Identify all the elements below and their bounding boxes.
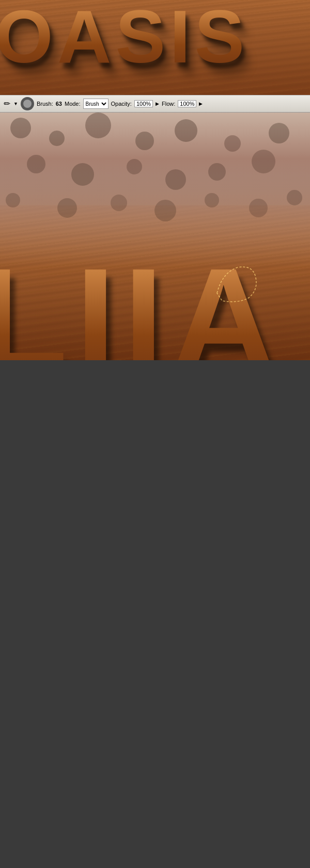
svg-point-33 (57, 198, 77, 218)
svg-point-38 (287, 190, 302, 205)
brush-label-2: Brush: (37, 101, 53, 107)
flow-stepper-t2[interactable]: ▶ (199, 101, 203, 106)
oasis-text: OASIS (0, 0, 249, 78)
toolbar-2: ✎ ▼ Brush: 63 Mode: Brush Opacity: 100% … (0, 95, 310, 112)
svg-point-24 (224, 135, 241, 152)
svg-point-21 (85, 112, 111, 138)
svg-point-19 (10, 118, 31, 138)
opacity-stepper-t2[interactable]: ▶ (156, 101, 159, 106)
oasis-section: OASIS (0, 0, 310, 95)
svg-point-27 (71, 163, 94, 186)
svg-point-25 (269, 123, 289, 143)
oasis-text-container: OASIS (0, 0, 310, 74)
lasso-selection (207, 262, 258, 303)
opacity-val-t2[interactable]: 100% (134, 100, 153, 107)
closeup-section: LIIA (0, 112, 310, 360)
svg-point-32 (6, 193, 20, 207)
flow-val-t2[interactable]: 100% (178, 100, 196, 107)
svg-point-34 (111, 195, 127, 211)
brush-dropdown-arrow-2[interactable]: ▼ (13, 101, 18, 106)
brush-preview-inner-2 (23, 100, 32, 108)
svg-point-26 (27, 155, 45, 173)
svg-point-28 (127, 159, 142, 174)
svg-point-30 (208, 163, 226, 181)
opacity-label-t2: Opacity: (111, 101, 132, 107)
svg-point-31 (252, 150, 275, 173)
svg-point-23 (175, 119, 197, 142)
brush-tool-icon-2[interactable]: ✎ (2, 98, 13, 109)
brush-size-value-2: 63 (56, 101, 62, 107)
svg-point-20 (49, 131, 65, 146)
closeup-text-container: LIIA (0, 247, 310, 360)
svg-point-22 (135, 132, 154, 150)
svg-point-29 (165, 169, 186, 190)
svg-point-37 (249, 199, 268, 217)
svg-point-36 (205, 193, 219, 207)
brush-mode-select-2[interactable]: Brush (83, 99, 109, 109)
flow-label-t2: Flow: (162, 101, 175, 107)
brush-preview-2[interactable] (21, 97, 34, 110)
svg-point-35 (154, 200, 176, 221)
mode-label-t2: Mode: (65, 101, 81, 107)
